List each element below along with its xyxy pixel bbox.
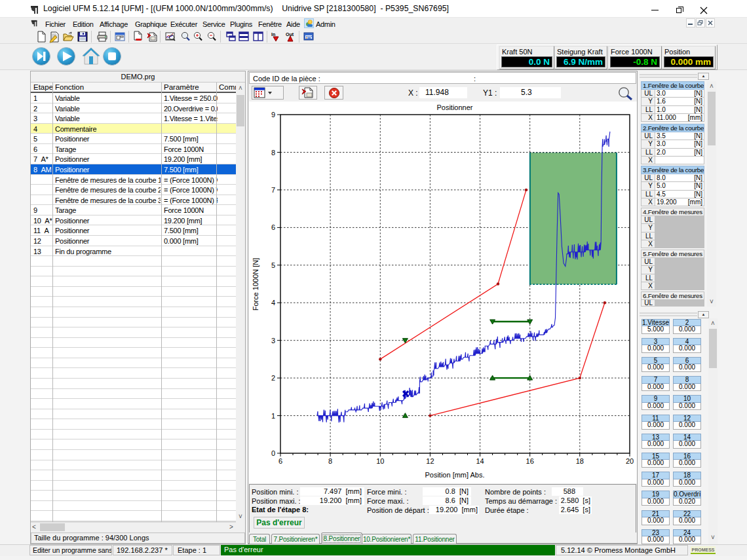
svg-text:7: 7	[271, 186, 275, 194]
svg-text:3: 3	[271, 337, 275, 345]
svg-text:20: 20	[626, 457, 634, 465]
svg-text:16: 16	[526, 457, 534, 465]
svg-text:Out: Out	[286, 32, 294, 37]
svg-text:Force 1000N [N]: Force 1000N [N]	[252, 258, 259, 311]
svg-text:8: 8	[328, 457, 332, 465]
svg-text:2: 2	[271, 374, 275, 382]
svg-text:6: 6	[278, 457, 282, 465]
svg-text:12: 12	[426, 457, 434, 465]
svg-text:1: 1	[271, 412, 275, 420]
svg-text:9: 9	[271, 111, 275, 119]
svg-text:14: 14	[476, 457, 484, 465]
svg-text:5: 5	[271, 261, 275, 269]
svg-text:In: In	[271, 32, 275, 37]
svg-text:8: 8	[271, 149, 275, 157]
svg-text:6: 6	[271, 223, 275, 231]
svg-text:Positionner: Positionner	[436, 103, 472, 111]
svg-text:Position [mm] Abs.: Position [mm] Abs.	[425, 471, 484, 479]
svg-text:0: 0	[271, 449, 275, 457]
svg-text:10: 10	[376, 457, 384, 465]
svg-text:4: 4	[271, 299, 275, 307]
svg-text:18: 18	[576, 457, 584, 465]
